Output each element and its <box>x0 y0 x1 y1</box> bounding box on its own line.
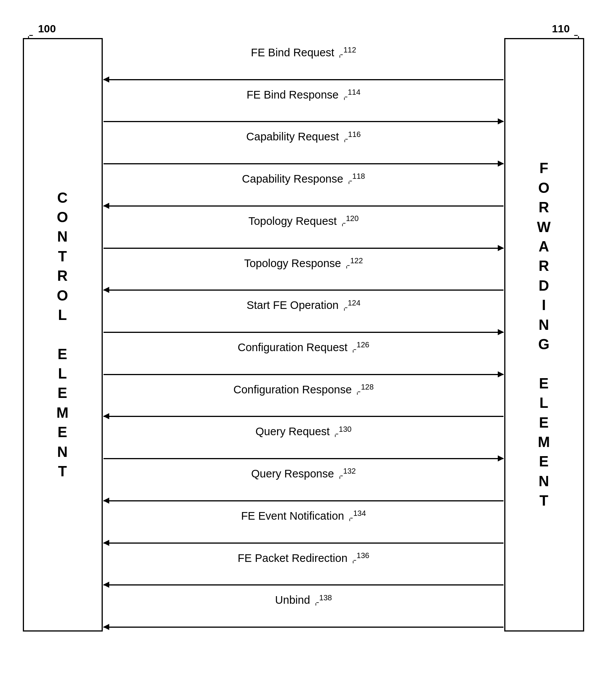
left-label-l: L <box>58 306 67 325</box>
msg-arrow-m11 <box>104 500 503 501</box>
right-ref-label: 110 <box>552 23 570 35</box>
left-label-l2: L <box>58 364 67 383</box>
msg-arrow-m9 <box>104 416 503 417</box>
msg-ref-m10: ⌌130 <box>332 427 351 437</box>
msg-text-m4: Capability Response <box>242 173 343 185</box>
right-label-m: M <box>538 433 551 452</box>
right-label-r2: R <box>538 257 550 275</box>
left-label-e: E <box>57 345 68 364</box>
msg-text-m12: FE Event Notification <box>241 510 344 522</box>
msg-arrow-m13 <box>104 584 503 585</box>
right-label-e3: E <box>539 452 549 471</box>
msg-text-m3: Capability Request <box>246 131 339 143</box>
msg-text-m9: Configuration Response <box>233 383 352 396</box>
msg-arrow-m6 <box>104 290 503 291</box>
msg-row-m2: FE Bind Response⌌114 <box>104 83 503 126</box>
left-label-e2: E <box>57 384 68 402</box>
right-label-container: F O R W A R D I N G E L E M E N T <box>505 39 583 630</box>
left-label-t2: T <box>58 462 67 481</box>
msg-ref-m6: ⌌122 <box>343 259 363 268</box>
right-box: F O R W A R D I N G E L E M E N T <box>504 38 584 632</box>
msg-row-m12: FE Event Notification⌌134 <box>104 504 503 547</box>
msg-ref-m3: ⌌116 <box>341 132 361 142</box>
msg-text-m6: Topology Response <box>244 257 341 269</box>
right-label-g: G <box>538 335 550 354</box>
right-label-n: N <box>538 316 550 334</box>
messages-area: FE Bind Request⌌112FE Bind Response⌌114C… <box>104 41 503 631</box>
msg-arrow-m10 <box>104 458 503 459</box>
msg-text-m11: Query Response <box>251 468 334 480</box>
msg-arrow-m14 <box>104 627 503 628</box>
msg-row-m10: Query Request⌌130 <box>104 420 503 462</box>
msg-row-m11: Query Response⌌132 <box>104 462 503 504</box>
msg-arrow-m2 <box>104 121 503 122</box>
msg-row-m8: Configuration Request⌌126 <box>104 336 503 378</box>
msg-ref-m14: ⌌138 <box>312 596 332 605</box>
msg-text-m5: Topology Request <box>249 215 337 227</box>
diagram: ⌌ 100 C O N T R O L E L E M E N T ⌌ 1 <box>0 0 607 700</box>
msg-ref-m7: ⌌124 <box>341 301 360 310</box>
left-label-container: C O N T R O L E L E M E N T <box>24 39 102 630</box>
msg-text-m7: Start FE Operation <box>247 299 339 312</box>
left-label-m: M <box>56 404 69 422</box>
msg-arrow-m12 <box>104 542 503 544</box>
msg-row-m5: Topology Request⌌120 <box>104 210 503 252</box>
msg-row-m13: FE Packet Redirection⌌136 <box>104 547 503 589</box>
right-label-a: A <box>538 237 550 256</box>
msg-row-m4: Capability Response⌌118 <box>104 167 503 210</box>
left-label-t: T <box>58 247 67 266</box>
right-label-t: T <box>539 492 549 510</box>
msg-row-m9: Configuration Response⌌128 <box>104 378 503 420</box>
msg-row-m3: Capability Request⌌116 <box>104 125 503 167</box>
left-label-n2: N <box>57 443 68 461</box>
msg-row-m7: Start FE Operation⌌124 <box>104 294 503 336</box>
right-label-w: W <box>537 218 551 237</box>
right-label-n2: N <box>538 472 550 491</box>
right-label-e: E <box>539 374 549 393</box>
msg-arrow-m7 <box>104 332 503 333</box>
left-box: C O N T R O L E L E M E N T <box>23 38 103 632</box>
left-ref-label: 100 <box>38 23 56 35</box>
msg-text-m13: FE Packet Redirection <box>238 552 348 564</box>
left-label-n: N <box>57 228 68 246</box>
msg-text-m14: Unbind <box>275 594 310 606</box>
msg-ref-m9: ⌌128 <box>354 385 373 395</box>
msg-text-m2: FE Bind Response <box>247 89 339 101</box>
msg-text-m8: Configuration Request <box>238 341 348 353</box>
left-label-r: R <box>57 267 68 285</box>
right-label-f: F <box>539 159 549 178</box>
right-label-o: O <box>538 179 550 197</box>
msg-ref-m8: ⌌126 <box>350 343 369 352</box>
right-label-d: D <box>538 277 550 295</box>
left-label-sp1 <box>61 325 65 344</box>
right-label-r: R <box>538 198 550 217</box>
msg-arrow-m5 <box>104 248 503 249</box>
right-label-i: I <box>542 296 547 315</box>
msg-ref-m13: ⌌136 <box>350 554 369 563</box>
right-label-e2: E <box>539 414 549 432</box>
left-label-e3: E <box>57 423 68 442</box>
msg-ref-m5: ⌌120 <box>339 216 358 226</box>
msg-row-m14: Unbind⌌138 <box>104 589 503 631</box>
msg-arrow-m3 <box>104 163 503 164</box>
msg-row-m1: FE Bind Request⌌112 <box>104 41 503 83</box>
msg-arrow-m4 <box>104 205 503 207</box>
msg-ref-m12: ⌌134 <box>346 511 366 521</box>
left-label-c: C <box>57 189 68 207</box>
right-label-l: L <box>539 394 549 412</box>
msg-arrow-m8 <box>104 374 503 375</box>
msg-text-m1: FE Bind Request <box>251 46 334 59</box>
msg-ref-m2: ⌌114 <box>341 90 360 100</box>
msg-row-m6: Topology Response⌌122 <box>104 252 503 294</box>
left-label-o2: O <box>57 286 69 305</box>
right-label-sp <box>542 355 547 373</box>
left-label-o: O <box>57 208 69 227</box>
msg-arrow-m1 <box>104 79 503 80</box>
msg-ref-m1: ⌌112 <box>336 48 356 57</box>
msg-text-m10: Query Request <box>255 426 330 438</box>
msg-ref-m4: ⌌118 <box>346 174 365 184</box>
msg-ref-m11: ⌌132 <box>336 469 356 479</box>
